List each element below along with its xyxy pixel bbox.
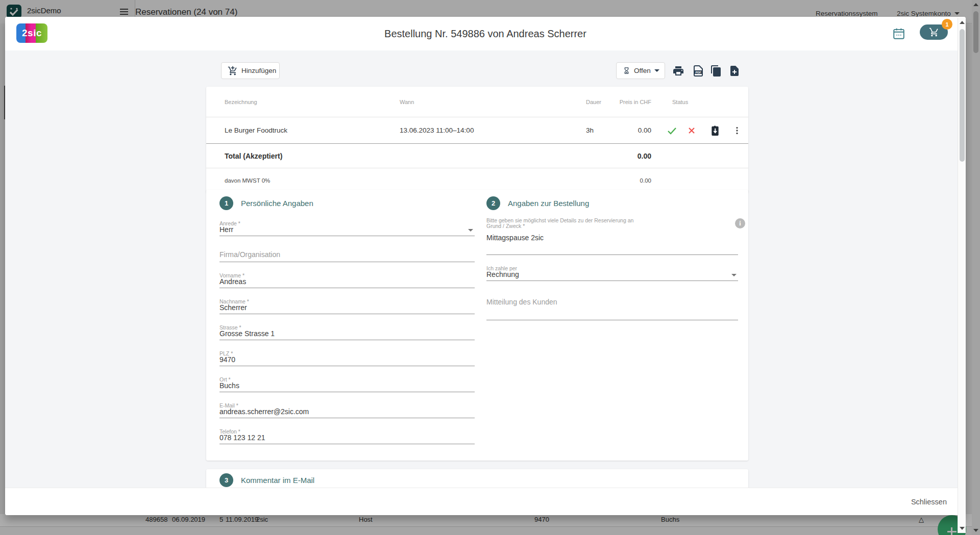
section-3-title: Kommentar im E-Mail xyxy=(241,476,314,485)
print-icon xyxy=(672,65,685,77)
vorname-field[interactable]: Vorname * Andreas xyxy=(219,272,475,288)
cell-bezeichnung: Le Burger Foodtruck xyxy=(225,126,400,134)
accept-icon xyxy=(666,125,677,136)
dialog-title: Bestellung Nr. 549886 von Andreas Scherr… xyxy=(5,17,966,50)
anrede-select[interactable]: Anrede * Herr xyxy=(219,220,475,236)
accept-button[interactable] xyxy=(666,125,677,136)
logo-text: 2sic xyxy=(22,28,42,39)
total-row: Total (Akzeptiert) 0.00 xyxy=(206,143,748,168)
section-1-title: Persönliche Angaben xyxy=(241,199,313,208)
field-value: 9470 xyxy=(219,355,235,364)
section-2-title: Angaben zur Bestellung xyxy=(508,199,589,208)
section-2-badge: 2 xyxy=(486,196,500,210)
dialog-footer: Schliessen xyxy=(5,488,966,515)
vat-row: davon MWST 0% 0.00 xyxy=(206,168,748,192)
more-icon xyxy=(732,125,742,136)
plz-field[interactable]: PLZ * 9470 xyxy=(219,350,475,366)
telefon-field[interactable]: Telefon * 078 123 12 21 xyxy=(219,428,475,444)
col-bezeichnung: Bezeichnung xyxy=(225,99,400,105)
field-value: Mittagspause 2sic xyxy=(486,234,544,242)
info-icon[interactable]: i xyxy=(735,218,745,228)
copy-button[interactable] xyxy=(710,64,723,78)
cell-wann: 13.06.2023 11:00–14:00 xyxy=(400,126,586,134)
scrollbar-thumb[interactable] xyxy=(960,29,965,162)
col-status: Status xyxy=(651,99,748,105)
zahlung-select[interactable]: Ich zahle per Rechnung xyxy=(486,265,738,281)
field-value: 078 123 12 21 xyxy=(219,434,265,442)
total-value: 0.00 xyxy=(609,152,651,160)
form-card: 1 Persönliche Angaben Anrede * Herr Firm… xyxy=(206,190,748,461)
screen: 2sicDemo Reservationen (24 von 74) Reser… xyxy=(0,0,980,535)
field-label-line2: Grund / Zweck * xyxy=(486,223,738,229)
table-header-row: Bezeichnung Wann Dauer Preis in CHF Stat… xyxy=(206,87,748,117)
field-value: Scherrer xyxy=(219,303,247,312)
dropdown-caret-icon xyxy=(654,69,659,72)
copy-icon xyxy=(710,65,723,77)
section-1-badge: 1 xyxy=(219,196,233,210)
ort-field[interactable]: Ort * Buchs xyxy=(219,376,475,392)
total-label: Total (Akzeptiert) xyxy=(225,152,400,160)
file-add-icon xyxy=(728,65,742,77)
add-button-label: Hinzufügen xyxy=(241,67,276,74)
mitteilung-field[interactable]: Mitteilung des Kunden xyxy=(486,296,738,320)
status-dropdown-label: Offen xyxy=(634,67,651,74)
col-dauer: Dauer xyxy=(586,99,609,105)
cell-preis: 0.00 xyxy=(609,126,651,134)
table-row: Le Burger Foodtruck 13.06.2023 11:00–14:… xyxy=(206,117,748,143)
cart-plus-icon xyxy=(228,66,238,76)
email-field[interactable]: E-Mail * andreas.scherrer@2sic.com xyxy=(219,402,475,418)
field-value: Grosse Strasse 1 xyxy=(219,329,275,338)
nachname-field[interactable]: Nachname * Scherrer xyxy=(219,298,475,314)
add-button[interactable]: Hinzufügen xyxy=(221,62,280,79)
dropdown-caret-icon xyxy=(468,229,473,232)
pdf-button[interactable]: PDF xyxy=(692,64,705,78)
calendar-icon[interactable] xyxy=(892,27,905,40)
cell-status-actions xyxy=(651,125,748,136)
dialog-header: Bestellung Nr. 549886 von Andreas Scherr… xyxy=(5,17,966,50)
field-placeholder: Mitteilung des Kunden xyxy=(486,298,557,306)
firma-field[interactable]: Firma/Organisation xyxy=(219,246,475,262)
field-value: andreas.scherrer@2sic.com xyxy=(219,407,309,416)
field-value: Andreas xyxy=(219,277,246,286)
field-placeholder: Firma/Organisation xyxy=(219,250,280,259)
field-value: Rechnung xyxy=(486,270,519,278)
close-button[interactable]: Schliessen xyxy=(905,494,953,510)
clipboard-down-button[interactable] xyxy=(710,125,720,136)
field-value: Buchs xyxy=(219,381,239,390)
svg-text:PDF: PDF xyxy=(695,71,701,74)
reject-icon xyxy=(687,125,697,136)
status-dropdown[interactable]: Offen xyxy=(616,62,665,79)
section-2-header: 2 Angaben zur Bestellung xyxy=(486,196,738,210)
vat-value: 0.00 xyxy=(609,177,651,184)
more-button[interactable] xyxy=(732,125,742,136)
scroll-down-icon[interactable] xyxy=(960,527,965,530)
clipboard-down-icon xyxy=(710,125,720,136)
cart-badge: 1 xyxy=(942,19,952,30)
section-3-header: 3 Kommentar im E-Mail xyxy=(219,473,748,487)
cart-icon xyxy=(929,27,939,37)
2sic-logo: 2sic xyxy=(16,23,47,43)
hourglass-icon xyxy=(623,67,630,74)
order-dialog: Bestellung Nr. 549886 von Andreas Scherr… xyxy=(5,17,966,515)
scroll-up-icon[interactable] xyxy=(960,21,965,24)
dropdown-caret-icon xyxy=(731,274,737,276)
col-preis: Preis in CHF xyxy=(609,99,651,105)
dialog-scrollbar[interactable] xyxy=(958,18,966,533)
section-3-badge: 3 xyxy=(219,473,233,487)
positions-card: Bezeichnung Wann Dauer Preis in CHF Stat… xyxy=(206,87,748,193)
strasse-field[interactable]: Strasse * Grosse Strasse 1 xyxy=(219,324,475,340)
vat-label: davon MWST 0% xyxy=(225,177,400,184)
cell-dauer: 3h xyxy=(586,126,609,134)
file-add-button[interactable] xyxy=(728,64,742,78)
col-wann: Wann xyxy=(400,99,586,105)
cart-button[interactable]: 1 xyxy=(920,24,948,40)
print-button[interactable] xyxy=(672,64,685,78)
field-value: Herr xyxy=(219,225,233,234)
grund-zweck-field[interactable]: Bitte geben sie möglichst viele Details … xyxy=(486,218,738,255)
section-1-header: 1 Persönliche Angaben xyxy=(219,196,475,210)
pdf-icon: PDF xyxy=(692,65,705,77)
reject-button[interactable] xyxy=(687,125,697,136)
